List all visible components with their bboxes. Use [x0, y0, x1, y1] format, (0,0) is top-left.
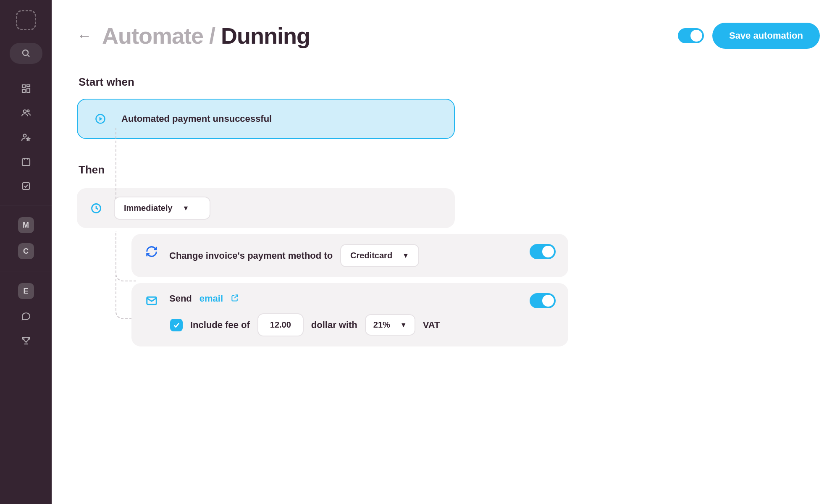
send-prefix: Send: [169, 293, 192, 304]
vat-select[interactable]: 21% ▼: [365, 314, 415, 336]
svg-rect-5: [22, 89, 25, 92]
page-title: Automate / Dunning: [102, 23, 310, 49]
start-when-label: Start when: [79, 76, 568, 89]
svg-rect-2: [22, 85, 25, 88]
sidebar-item-dashboard[interactable]: [10, 78, 42, 99]
external-link-icon[interactable]: [231, 294, 239, 304]
payment-method-select[interactable]: Creditcard ▼: [340, 244, 419, 267]
svg-point-6: [23, 110, 26, 113]
connector-line: [116, 128, 116, 199]
fee-prefix: Include fee of: [190, 320, 250, 331]
back-button[interactable]: ←: [77, 28, 92, 43]
sidebar-item-chat[interactable]: [10, 306, 42, 327]
fee-amount-input[interactable]: [257, 313, 304, 336]
dashboard-icon: [21, 84, 31, 94]
breadcrumb-separator: /: [209, 23, 215, 48]
automation-enable-toggle[interactable]: [678, 28, 704, 43]
include-fee-checkbox[interactable]: [170, 319, 183, 331]
action-send-email: Send email Include fee of dollar with: [131, 283, 568, 346]
svg-line-1: [27, 55, 29, 57]
svg-marker-16: [100, 117, 102, 121]
sidebar-item-tasks[interactable]: [10, 176, 42, 197]
payment-method-value: Creditcard: [350, 251, 392, 260]
email-template-link[interactable]: email: [200, 293, 223, 304]
caret-down-icon: ▼: [400, 321, 407, 329]
caret-down-icon: ▼: [402, 252, 409, 260]
fee-suffix: VAT: [423, 320, 440, 331]
sidebar-badge-c[interactable]: C: [18, 243, 34, 259]
person-star-icon: [21, 132, 32, 142]
svg-rect-3: [27, 85, 30, 87]
logo-placeholder: [16, 10, 36, 30]
action1-toggle[interactable]: [530, 244, 556, 259]
svg-point-0: [23, 50, 28, 55]
sidebar-divider: [0, 271, 52, 271]
people-icon: [21, 108, 32, 118]
refresh-icon: [144, 244, 159, 259]
sidebar-item-calendar[interactable]: [10, 151, 42, 172]
svg-rect-12: [23, 183, 29, 189]
svg-line-19: [234, 295, 238, 298]
svg-point-7: [27, 110, 29, 112]
sidebar-item-member[interactable]: [10, 127, 42, 148]
page-header: ← Automate / Dunning Save automation: [77, 23, 820, 49]
toggle-knob: [542, 246, 554, 257]
fee-currency-label: dollar with: [311, 320, 357, 331]
caret-down-icon: ▼: [183, 205, 189, 212]
svg-rect-9: [22, 159, 30, 165]
toggle-knob: [542, 295, 554, 307]
main-content: ← Automate / Dunning Save automation Sta…: [52, 0, 840, 504]
trigger-label: Automated payment unsuccessful: [121, 113, 272, 124]
chat-icon: [21, 311, 31, 321]
workflow-builder: Start when Automated payment unsuccessfu…: [77, 76, 568, 346]
action-change-payment-method: Change invoice's payment method to Credi…: [131, 234, 568, 277]
timing-select[interactable]: Immediately ▼: [114, 197, 210, 220]
trigger-card[interactable]: Automated payment unsuccessful: [77, 99, 455, 139]
vat-value: 21%: [373, 320, 390, 330]
sidebar-item-trophy[interactable]: [10, 330, 42, 351]
sidebar-badge-e[interactable]: E: [18, 283, 34, 299]
task-icon: [21, 181, 31, 191]
sidebar-badge-m[interactable]: M: [18, 217, 34, 233]
action2-toggle[interactable]: [530, 293, 556, 308]
then-label: Then: [79, 163, 568, 176]
save-button[interactable]: Save automation: [712, 23, 820, 49]
clock-icon: [89, 201, 104, 216]
breadcrumb-root[interactable]: Automate: [102, 23, 203, 48]
mail-icon: [144, 293, 159, 308]
trophy-icon: [21, 336, 31, 346]
calendar-icon: [21, 157, 31, 167]
sidebar: M C E: [0, 0, 52, 504]
sidebar-item-people[interactable]: [10, 102, 42, 123]
search-icon: [21, 48, 31, 58]
action1-prefix: Change invoice's payment method to: [169, 250, 333, 261]
breadcrumb-current: Dunning: [221, 23, 310, 48]
play-circle-icon: [93, 111, 108, 126]
timing-value: Immediately: [124, 203, 173, 213]
timing-step: Immediately ▼: [77, 188, 455, 228]
sidebar-item-search[interactable]: [10, 43, 42, 64]
svg-point-8: [23, 134, 26, 137]
sidebar-divider: [0, 205, 52, 205]
toggle-knob: [690, 30, 702, 42]
svg-rect-4: [27, 88, 30, 92]
